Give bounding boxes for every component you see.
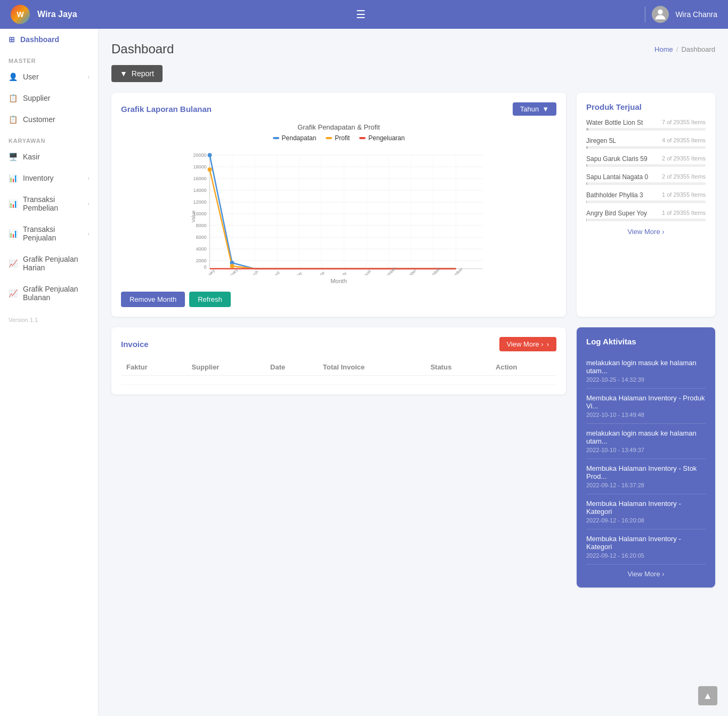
svg-text:June: June	[316, 270, 326, 275]
chart-container: Grafik Pendapatan & Profit Pendapatan Pr…	[121, 123, 556, 307]
sidebar-item-grafik-harian[interactable]: 📈 Grafik Penjualan Harian	[0, 248, 98, 278]
main-row: Grafik Laporan Bulanan Tahun ▼ Grafik Pe…	[111, 93, 715, 317]
svg-text:6000: 6000	[196, 235, 206, 240]
legend-pendapatan: Pendapatan	[273, 134, 317, 142]
svg-text:2000: 2000	[196, 258, 206, 263]
nav-divider	[645, 6, 645, 22]
produk-count: 4 of 29355 Items	[662, 137, 706, 144]
report-button[interactable]: ▼ Report	[111, 65, 163, 82]
list-item: Membuka Halaman Inventory - Stok Prod...…	[586, 459, 706, 494]
transaksi-penjualan-icon: 📊	[9, 229, 18, 238]
produk-view-more-link[interactable]: View More ›	[586, 228, 706, 236]
legend-pengeluaran-dot	[359, 137, 366, 139]
log-date: 2022-10-10 - 13:49:48	[586, 412, 706, 418]
sidebar-item-dashboard[interactable]: ⊞ Dashboard	[0, 29, 98, 50]
legend-profit: Profit	[326, 134, 350, 142]
col-date: Date	[265, 359, 318, 376]
produk-name: Angry Bird Super Yoy	[586, 210, 647, 217]
sidebar-item-inventory[interactable]: 📊 Inventory ›	[0, 167, 98, 189]
produk-name: Bathholder Phyllia 3	[586, 191, 643, 199]
log-aktivitas-card: Log Aktivitas melakukan login masuk ke h…	[577, 327, 715, 588]
col-faktur: Faktur	[121, 359, 186, 376]
app-logo: W	[11, 5, 30, 24]
hamburger-icon[interactable]: ☰	[356, 8, 366, 21]
chevron-right-icon: ›	[87, 74, 90, 80]
log-text: Membuka Halaman Inventory - Stok Prod...	[586, 464, 706, 480]
progress-bar-bg	[586, 128, 706, 131]
produk-count: 2 of 29355 Items	[662, 155, 706, 163]
svg-text:4000: 4000	[196, 246, 206, 252]
breadcrumb-home[interactable]: Home	[654, 45, 673, 53]
produk-count: 1 of 29355 Items	[662, 191, 706, 199]
sidebar-item-grafik-bulanan[interactable]: 📈 Grafik Penjualan Bulanan	[0, 278, 98, 308]
dashboard-icon: ⊞	[9, 35, 15, 44]
log-date: 2022-09-12 - 16:20:08	[586, 517, 706, 524]
breadcrumb-links: Home / Dashboard	[654, 45, 715, 53]
brand-name: Wira Jaya	[37, 10, 77, 19]
nav-right: Wira Chanra	[645, 6, 717, 23]
sidebar-item-supplier[interactable]: 📋 Supplier	[0, 87, 98, 109]
produk-count: 7 of 29355 Items	[662, 119, 706, 126]
log-text: Membuka Halaman Inventory - Kategori	[586, 500, 706, 516]
avatar	[652, 6, 669, 23]
log-text: melakukan login masuk ke halaman utam...	[586, 429, 706, 445]
breadcrumb: Dashboard Home / Dashboard	[111, 42, 715, 57]
svg-text:20000: 20000	[193, 152, 206, 158]
page-title: Dashboard	[111, 42, 174, 57]
chart-title: Grafik Laporan Bulanan	[121, 104, 212, 114]
sidebar-item-kasir[interactable]: 🖥️ Kasir	[0, 146, 98, 167]
sidebar-item-transaksi-penjualan[interactable]: 📊 Transaksi Penjualan ›	[0, 219, 98, 248]
log-view-more-link[interactable]: View More ›	[586, 570, 706, 578]
invoice-view-more-button[interactable]: View More › ›	[499, 337, 556, 351]
customer-icon: 📋	[9, 115, 18, 124]
svg-text:14000: 14000	[193, 188, 206, 193]
sidebar-item-transaksi-pembelian[interactable]: 📊 Transaksi Pembelian ›	[0, 189, 98, 219]
svg-text:December: December	[447, 267, 464, 275]
breadcrumb-current: Dashboard	[681, 45, 715, 53]
svg-point-36	[208, 153, 212, 157]
chart-svg: 20000 18000 16000 14000 12000 10000 8000…	[121, 147, 556, 275]
chart-actions: Remove Month Refresh	[121, 292, 556, 307]
supplier-icon: 📋	[9, 94, 18, 102]
sidebar-item-user[interactable]: 👤 User ›	[0, 66, 98, 87]
chevron-down-icon: ▼	[120, 69, 127, 78]
svg-text:March: March	[248, 269, 260, 275]
svg-text:Value: Value	[191, 211, 196, 222]
remove-month-button[interactable]: Remove Month	[121, 292, 185, 307]
chart-legend: Pendapatan Profit Pengeluaran	[121, 134, 556, 142]
log-aktivitas-title: Log Aktivitas	[586, 337, 706, 346]
legend-pengeluaran-label: Pengeluaran	[368, 134, 405, 142]
inventory-icon: 📊	[9, 174, 18, 182]
invoice-title: Invoice	[121, 340, 149, 349]
produk-count: 1 of 29355 Items	[662, 210, 706, 217]
produk-name: Water Bottle Lion St	[586, 119, 643, 126]
tahun-button[interactable]: Tahun ▼	[513, 102, 556, 116]
progress-bar-bg	[586, 219, 706, 221]
scroll-top-button[interactable]: ▲	[698, 686, 717, 705]
kasir-icon: 🖥️	[9, 152, 18, 161]
produk-count: 2 of 29355 Items	[662, 173, 706, 181]
log-date: 2022-09-12 - 16:37:28	[586, 482, 706, 488]
bottom-content-row: Invoice View More › › Faktur Supplier Da…	[111, 327, 715, 588]
refresh-button[interactable]: Refresh	[189, 292, 231, 307]
svg-point-0	[658, 10, 663, 14]
list-item: Membuka Halaman Inventory - Produk Vi...…	[586, 389, 706, 424]
invoice-section: Invoice View More › › Faktur Supplier Da…	[111, 327, 566, 588]
top-navigation: W Wira Jaya ☰ Wira Chanra	[0, 0, 728, 29]
svg-text:May: May	[294, 271, 303, 275]
sidebar-item-customer[interactable]: 📋 Customer	[0, 109, 98, 130]
svg-text:August: August	[359, 269, 373, 275]
produk-name: Sapu Lantai Nagata 0	[586, 173, 648, 181]
legend-pendapatan-label: Pendapatan	[282, 134, 317, 142]
log-date: 2022-10-25 - 14:32:39	[586, 376, 706, 383]
svg-text:November: November	[424, 267, 442, 275]
chart-label-title: Grafik Pendapatan & Profit	[121, 123, 556, 131]
invoice-empty	[121, 376, 556, 385]
sidebar: ⊞ Dashboard MASTER 👤 User › 📋 Supplier 📋…	[0, 29, 99, 716]
svg-point-38	[208, 167, 212, 172]
chevron-right-icon: ›	[87, 175, 90, 181]
list-item: melakukan login masuk ke halaman utam...…	[586, 353, 706, 389]
list-item: melakukan login masuk ke halaman utam...…	[586, 424, 706, 459]
list-item: Sapu Lantai Nagata 0 2 of 29355 Items	[586, 173, 706, 185]
breadcrumb-separator: /	[676, 45, 678, 53]
